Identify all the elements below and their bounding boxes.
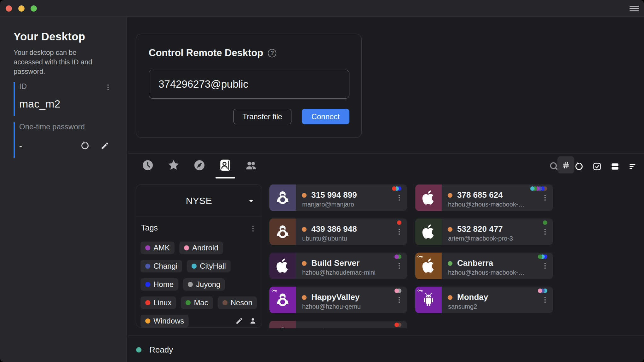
device-status-dot [302, 261, 307, 266]
device-menu-icon[interactable] [395, 295, 403, 305]
tag-chip-android[interactable]: Android [179, 242, 223, 254]
tag-chip-amk[interactable]: AMK [141, 242, 175, 254]
refresh-password-icon[interactable] [80, 141, 90, 150]
device-name: HappyValley [311, 292, 359, 302]
card-view-button[interactable] [610, 162, 620, 171]
device-username: artem@macbook-pro-3 [448, 235, 513, 242]
tag-color-dot [145, 282, 150, 287]
transfer-file-button[interactable]: Transfer file [233, 109, 291, 124]
connection-status-text: Ready [149, 345, 173, 355]
tab-favorites[interactable] [166, 156, 181, 178]
linux-icon [275, 224, 290, 240]
device-name: 378 685 624 [457, 190, 503, 200]
key-icon [417, 255, 423, 258]
device-list: 315 994 899 manjaro@manjaro 378 685 624 … [269, 184, 554, 328]
device-menu-icon[interactable] [541, 260, 549, 271]
device-menu-icon[interactable] [395, 192, 403, 203]
apple-icon [275, 258, 290, 274]
hamburger-menu-icon[interactable] [630, 6, 639, 11]
device-menu-icon[interactable] [541, 226, 549, 237]
device-card[interactable]: Monday sansumg2 [415, 287, 553, 313]
tag-color-dot [184, 245, 189, 250]
device-card[interactable]: HappyValley hzhou@hzhou-qemu [269, 287, 407, 313]
device-username: hzhou@hzhoudemac-mini [302, 269, 376, 276]
device-tag-dots [394, 254, 401, 259]
edit-tags-icon[interactable] [235, 317, 243, 325]
device-os-tile [415, 219, 442, 245]
device-os-tile [269, 184, 296, 211]
zoom-button[interactable] [31, 5, 37, 12]
hash-icon [562, 161, 570, 169]
device-grid: 315 994 899 manjaro@manjaro 378 685 624 … [269, 184, 554, 328]
help-icon[interactable] [268, 49, 276, 57]
device-menu-icon[interactable] [541, 295, 549, 305]
tag-chip-mac[interactable]: Mac [181, 296, 213, 309]
device-card[interactable]: Build Server hzhou@hzhoudemac-mini [269, 253, 407, 279]
password-label: One-time password [19, 122, 85, 131]
tag-label: Juyong [196, 280, 220, 289]
compass-icon [193, 159, 206, 172]
cards-icon [610, 162, 620, 171]
device-card[interactable]: 378 685 624 hzhou@zhous-macbook-… [415, 184, 553, 211]
key-icon [272, 289, 277, 292]
id-menu-icon[interactable] [104, 82, 112, 93]
device-card[interactable]: Canberra hzhou@zhous-macbook-… [415, 253, 553, 279]
chevron-down-icon [247, 197, 256, 206]
tabs [141, 156, 258, 178]
tab-discovered[interactable] [192, 156, 207, 178]
tag-chip-linux[interactable]: Linux [141, 296, 176, 309]
device-tag-dots [392, 186, 401, 191]
device-status-dot [302, 227, 307, 232]
tag-color-dot [188, 282, 193, 287]
local-id-value: mac_m2 [19, 98, 112, 110]
device-os-tile [415, 184, 442, 211]
select-button[interactable] [592, 162, 602, 171]
connect-title: Control Remote Desktop [149, 47, 263, 59]
address-book-select[interactable]: NYSE [136, 185, 262, 217]
tag-chip-cityhall[interactable]: CityHall [187, 260, 231, 272]
device-card[interactable]: Rub [269, 321, 407, 328]
people-icon [245, 159, 257, 172]
refresh-button[interactable] [574, 162, 584, 171]
tag-chip-list: AMK Android Changi CityHall Home Juyong … [141, 242, 257, 327]
tag-color-dot [145, 318, 150, 324]
device-tag-dots [397, 220, 401, 225]
device-card[interactable]: 532 820 477 artem@macbook-pro-3 [415, 219, 553, 245]
device-tag-dots [543, 220, 547, 225]
tab-address-book[interactable] [218, 156, 233, 178]
device-menu-icon[interactable] [395, 260, 403, 271]
add-person-icon[interactable] [249, 317, 257, 325]
sort-button[interactable] [628, 162, 638, 171]
device-card[interactable]: 315 994 899 manjaro@manjaro [269, 184, 407, 211]
tags-label: Tags [141, 223, 158, 232]
device-username: hzhou@hzhou-qemu [302, 303, 361, 310]
address-book-panel: NYSE Tags AMK Android Changi CityHall Ho… [136, 184, 262, 328]
linux-icon [275, 190, 290, 206]
tab-recent-sessions[interactable] [141, 156, 155, 178]
connect-button[interactable]: Connect [302, 109, 349, 124]
sidebar-description: Your desktop can be accessed with this I… [14, 48, 105, 76]
close-button[interactable] [6, 5, 12, 12]
device-name: 532 820 477 [457, 224, 503, 234]
grid-view-button[interactable] [557, 156, 574, 173]
linux-icon [275, 292, 290, 308]
tag-chip-home[interactable]: Home [141, 278, 178, 291]
tag-label: AMK [153, 243, 170, 252]
one-time-password-block: One-time password - [14, 122, 112, 158]
tags-menu-icon[interactable] [249, 223, 257, 234]
tag-chip-changi[interactable]: Changi [141, 260, 182, 272]
tab-group[interactable] [244, 156, 258, 178]
device-username: ubuntu@ubuntu [302, 235, 347, 242]
tag-chip-juyong[interactable]: Juyong [183, 278, 225, 291]
edit-password-icon[interactable] [101, 141, 109, 150]
remote-id-input[interactable] [149, 70, 349, 99]
tag-label: Neson [231, 298, 252, 307]
device-menu-icon[interactable] [541, 192, 549, 203]
tag-chip-neson[interactable]: Neson [218, 296, 257, 309]
tag-chip-windows[interactable]: Windows [141, 315, 189, 327]
device-card[interactable]: 439 386 948 ubuntu@ubuntu [269, 219, 407, 245]
minimize-button[interactable] [18, 5, 25, 12]
tag-color-dot [186, 300, 191, 305]
device-menu-icon[interactable] [395, 226, 403, 237]
connect-panel: Control Remote Desktop Transfer file Con… [136, 34, 362, 138]
